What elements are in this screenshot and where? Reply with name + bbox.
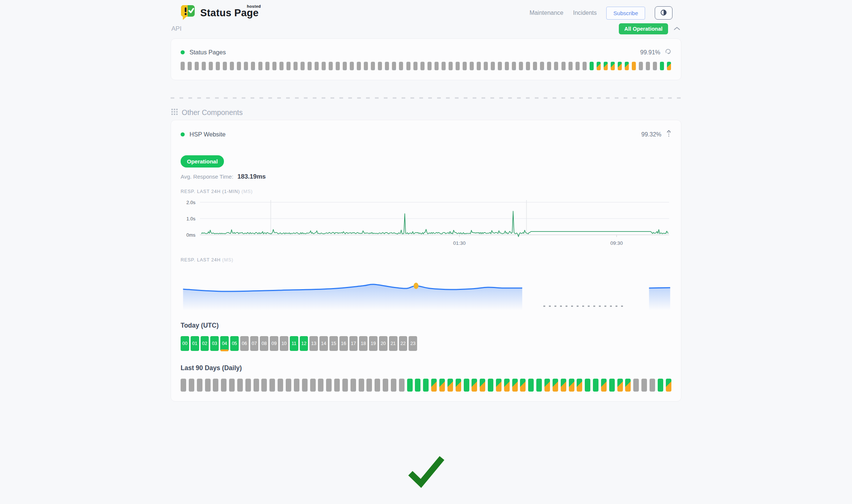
- uptime-cell[interactable]: [442, 62, 446, 70]
- hour-cell-03[interactable]: 03: [210, 336, 219, 351]
- uptime-cell[interactable]: [520, 379, 526, 392]
- uptime-cell[interactable]: [336, 62, 340, 70]
- uptime-cell[interactable]: [301, 62, 305, 70]
- uptime-cell[interactable]: [406, 62, 410, 70]
- uptime-cell[interactable]: [617, 379, 623, 392]
- uptime-cell[interactable]: [189, 379, 194, 392]
- uptime-cell[interactable]: [265, 62, 269, 70]
- uptime-cell[interactable]: [597, 62, 601, 70]
- uptime-cell[interactable]: [484, 62, 488, 70]
- hour-cell-20[interactable]: 20: [379, 336, 388, 351]
- uptime-cell[interactable]: [590, 62, 594, 70]
- uptime-cell[interactable]: [504, 379, 510, 392]
- uptime-cell[interactable]: [660, 62, 664, 70]
- uptime-cell[interactable]: [294, 379, 299, 392]
- uptime-cell[interactable]: [378, 62, 382, 70]
- uptime-cell[interactable]: [343, 62, 347, 70]
- hour-cell-12[interactable]: 12: [300, 336, 308, 351]
- uptime-cell[interactable]: [315, 62, 319, 70]
- uptime-cell[interactable]: [653, 62, 657, 70]
- uptime-cell[interactable]: [371, 62, 375, 70]
- uptime-cell[interactable]: [181, 379, 186, 392]
- nav-incidents[interactable]: Incidents: [573, 10, 597, 16]
- uptime-cell[interactable]: [357, 62, 361, 70]
- uptime-cell[interactable]: [561, 379, 566, 392]
- uptime-cell[interactable]: [251, 62, 255, 70]
- uptime-cell[interactable]: [366, 379, 372, 392]
- uptime-cell[interactable]: [505, 62, 509, 70]
- uptime-cell[interactable]: [229, 379, 235, 392]
- uptime-cell[interactable]: [375, 379, 380, 392]
- uptime-cell[interactable]: [223, 62, 227, 70]
- hour-cell-21[interactable]: 21: [389, 336, 398, 351]
- uptime-cell[interactable]: [350, 379, 356, 392]
- hour-cell-18[interactable]: 18: [359, 336, 368, 351]
- hour-cell-13[interactable]: 13: [309, 336, 318, 351]
- uptime-cell[interactable]: [568, 62, 573, 70]
- hour-cell-10[interactable]: 10: [280, 336, 288, 351]
- uptime-cell[interactable]: [569, 379, 574, 392]
- uptime-cell[interactable]: [286, 379, 291, 392]
- uptime-cell[interactable]: [633, 379, 639, 392]
- uptime-cell[interactable]: [350, 62, 354, 70]
- uptime-cell[interactable]: [488, 379, 493, 392]
- uptime-cell[interactable]: [650, 379, 655, 392]
- uptime-cell[interactable]: [658, 379, 663, 392]
- uptime-cell[interactable]: [583, 62, 587, 70]
- uptime-cell[interactable]: [554, 62, 558, 70]
- uptime-cell[interactable]: [221, 379, 227, 392]
- uptime-cell[interactable]: [385, 62, 389, 70]
- uptime-cell[interactable]: [666, 379, 671, 392]
- uptime-cell[interactable]: [577, 379, 582, 392]
- uptime-cell[interactable]: [286, 62, 291, 70]
- uptime-cell[interactable]: [245, 379, 251, 392]
- uptime-cell[interactable]: [496, 379, 502, 392]
- uptime-cell[interactable]: [230, 62, 234, 70]
- hour-cell-22[interactable]: 22: [399, 336, 407, 351]
- uptime-cell[interactable]: [407, 379, 413, 392]
- uptime-cell[interactable]: [533, 62, 537, 70]
- uptime-cell[interactable]: [195, 62, 199, 70]
- uptime-cell[interactable]: [435, 62, 439, 70]
- uptime-cell[interactable]: [519, 62, 523, 70]
- uptime-cell[interactable]: [464, 379, 469, 392]
- subscribe-button[interactable]: Subscribe: [606, 7, 645, 20]
- uptime-cell[interactable]: [329, 62, 333, 70]
- uptime-cell[interactable]: [310, 379, 316, 392]
- uptime-cell[interactable]: [399, 379, 405, 392]
- uptime-cell[interactable]: [536, 379, 542, 392]
- hour-cell-23[interactable]: 23: [409, 336, 417, 351]
- uptime-cell[interactable]: [318, 379, 323, 392]
- uptime-cell[interactable]: [278, 379, 283, 392]
- uptime-cell[interactable]: [526, 62, 530, 70]
- hour-cell-05[interactable]: 05: [230, 336, 239, 351]
- uptime-cell[interactable]: [322, 62, 326, 70]
- uptime-cell[interactable]: [399, 62, 403, 70]
- uptime-cell[interactable]: [667, 62, 671, 70]
- uptime-cell[interactable]: [585, 379, 590, 392]
- hour-cell-15[interactable]: 15: [329, 336, 338, 351]
- uptime-cell[interactable]: [334, 379, 340, 392]
- uptime-cell[interactable]: [431, 379, 437, 392]
- arrow-up-dashed-icon[interactable]: [666, 130, 671, 139]
- uptime-cell[interactable]: [646, 62, 650, 70]
- uptime-cell[interactable]: [342, 379, 348, 392]
- hour-cell-00[interactable]: 00: [181, 336, 189, 351]
- uptime-cell[interactable]: [528, 379, 534, 392]
- uptime-cell[interactable]: [392, 62, 396, 70]
- hour-cell-16[interactable]: 16: [339, 336, 348, 351]
- uptime-cell[interactable]: [498, 62, 502, 70]
- hour-cell-02[interactable]: 02: [201, 336, 209, 351]
- uptime-cell[interactable]: [391, 379, 396, 392]
- uptime-cell[interactable]: [439, 379, 445, 392]
- uptime-cell[interactable]: [308, 62, 312, 70]
- uptime-cell[interactable]: [205, 379, 211, 392]
- uptime-cell[interactable]: [237, 379, 243, 392]
- uptime-cell[interactable]: [609, 379, 615, 392]
- uptime-cell[interactable]: [604, 62, 608, 70]
- uptime-cell[interactable]: [593, 379, 598, 392]
- hour-cell-04[interactable]: 04: [220, 336, 229, 351]
- uptime-cell[interactable]: [237, 62, 241, 70]
- nav-maintenance[interactable]: Maintenance: [530, 10, 564, 16]
- uptime-cell[interactable]: [209, 62, 213, 70]
